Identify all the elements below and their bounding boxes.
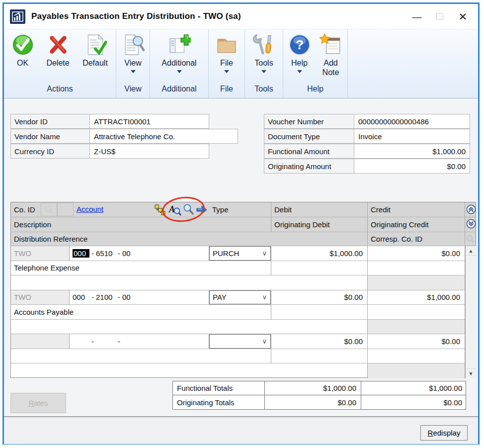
account-hierarchy-icon[interactable]	[154, 204, 166, 216]
app-window: Payables Transaction Entry Distribution …	[2, 2, 480, 445]
ok-check-icon	[11, 33, 34, 56]
originating-totals-label: Originating Totals	[173, 395, 265, 409]
expand-rows-button[interactable]	[466, 219, 476, 229]
scroll-up-button[interactable]: ▲	[466, 246, 476, 256]
svg-text:A: A	[168, 204, 175, 214]
row2-account[interactable]: 000-2100-00	[70, 290, 209, 305]
additional-window-plus-icon	[168, 33, 191, 56]
row3-orig-credit	[368, 349, 465, 364]
close-button[interactable]: ✕	[458, 11, 467, 22]
grid-scrollbar[interactable]: ▲ ▼	[465, 246, 476, 378]
view-doc-magnifier-icon	[122, 33, 145, 56]
row3-type-dropdown[interactable]: ∨	[209, 334, 271, 349]
toolbar-group-help: ? Help Add Note	[283, 29, 348, 98]
rates-button[interactable]: Rates	[10, 393, 66, 413]
originating-totals-credit: $0.00	[361, 395, 467, 409]
row3-account[interactable]: --	[70, 334, 209, 349]
originating-amount-label: Originating Amount	[264, 159, 354, 173]
row1-description-row: Telephone Expense	[11, 261, 476, 276]
type-header: Type	[209, 202, 271, 217]
row2-main: TWO 000-2100-00 PAY ∨ $0.00 $1,000.00	[11, 290, 476, 305]
row2-orig-credit	[368, 305, 465, 320]
row2-description[interactable]: Accounts Payable	[11, 305, 271, 320]
delete-button[interactable]: Delete	[42, 33, 75, 68]
row1-description[interactable]: Telephone Expense	[11, 261, 271, 276]
row2-description-row: Accounts Payable	[11, 305, 476, 320]
add-note-button[interactable]: Add Note	[317, 33, 345, 77]
row3-debit[interactable]: $0.00	[271, 334, 368, 349]
add-note-icon	[320, 33, 342, 56]
help-dropdown-arrow-icon	[297, 70, 302, 73]
tools-button[interactable]: Tools	[248, 33, 280, 73]
row2-reference[interactable]	[11, 320, 368, 335]
app-bar-chart-icon	[10, 9, 25, 24]
lookup-magnifier-icon[interactable]	[183, 204, 195, 216]
row3-credit[interactable]: $0.00	[368, 334, 465, 349]
dropdown-chevron-icon: ∨	[262, 250, 267, 257]
account-segment-selected[interactable]: 000	[73, 249, 89, 258]
default-button[interactable]: Default	[78, 33, 113, 68]
originating-debit-header: Originating Debit	[271, 217, 368, 232]
help-button[interactable]: ? Help	[286, 33, 314, 73]
row3-co-id[interactable]	[11, 334, 70, 349]
toolbar-group-label-help: Help	[283, 85, 347, 98]
row3-reference-row	[11, 363, 476, 378]
vendor-id-value[interactable]: ATTRACTI00001	[89, 114, 209, 128]
tools-dropdown-arrow-icon	[261, 70, 266, 73]
voucher-number-label: Voucher Number	[264, 114, 354, 128]
row1-reference[interactable]	[11, 275, 368, 290]
expand-account-arrow-icon[interactable]	[196, 205, 208, 215]
row1-debit[interactable]: $1,000.00	[271, 246, 368, 261]
account-header-link[interactable]: Account	[77, 205, 103, 213]
ok-button[interactable]: OK	[7, 33, 39, 68]
row3-main: -- ∨ $0.00 $0.00	[11, 334, 476, 349]
document-type-value[interactable]: Invoice	[354, 129, 470, 143]
co-id-lookup2-disabled-icon	[57, 203, 74, 216]
voucher-number-value[interactable]: 00000000000000486	[354, 114, 470, 128]
credit-header: Credit	[368, 202, 465, 217]
analytical-accounting-lookup-icon[interactable]: A	[168, 203, 181, 216]
row3-description-row	[11, 349, 476, 364]
corresp-lookup-disabled-icon	[465, 232, 476, 246]
row2-co-id[interactable]: TWO	[11, 290, 70, 305]
originating-totals-row: Originating Totals $0.00 $0.00	[173, 395, 466, 409]
toolbar-group-label-actions: Actions	[4, 85, 116, 98]
redisplay-button[interactable]: Redisplay	[420, 425, 468, 441]
field-vendor-id: Vendor ID ATTRACTI00001	[10, 114, 209, 129]
row3-description[interactable]	[11, 349, 271, 364]
row1-account[interactable]: 000-6510-00	[70, 246, 209, 261]
scroll-down-button[interactable]: ▼	[466, 368, 476, 378]
file-button[interactable]: File	[211, 33, 242, 73]
distribution-grid: Co. ID Account A	[10, 202, 476, 378]
field-currency-id: Currency ID Z-US$	[10, 144, 209, 159]
row1-type-dropdown[interactable]: PURCH ∨	[209, 246, 271, 261]
dropdown-chevron-icon: ∨	[262, 293, 267, 301]
minimize-button[interactable]: —	[412, 12, 421, 21]
functional-amount-label: Functional Amount	[264, 144, 354, 158]
view-button[interactable]: View	[118, 33, 149, 73]
toolbar-group-tools: Tools Tools	[245, 29, 283, 98]
row2-corresp-co-id	[368, 320, 465, 335]
toolbar-group-label-file: File	[209, 85, 244, 98]
document-type-label: Document Type	[264, 129, 354, 143]
row1-co-id[interactable]: TWO	[11, 246, 70, 261]
currency-id-value[interactable]: Z-US$	[89, 144, 209, 158]
vendor-name-value[interactable]: Attractive Telephone Co.	[89, 129, 238, 143]
help-question-icon: ?	[288, 33, 311, 56]
row3-corresp-co-id	[368, 363, 465, 378]
co-id-lookup-disabled-icon	[41, 203, 57, 216]
row2-debit[interactable]: $0.00	[271, 290, 368, 305]
toolbar-group-file: File File	[209, 29, 245, 98]
functional-totals-label: Functional Totals	[173, 381, 265, 395]
distribution-reference-header: Distribution Reference	[11, 232, 368, 246]
row2-type-dropdown[interactable]: PAY ∨	[209, 290, 271, 305]
row3-reference[interactable]	[11, 363, 368, 378]
row2-credit[interactable]: $1,000.00	[368, 290, 465, 305]
row1-credit[interactable]: $0.00	[368, 246, 465, 261]
grid-header-row-3: Distribution Reference Corresp. Co. ID	[11, 232, 476, 246]
default-doc-check-icon	[84, 33, 107, 56]
additional-button[interactable]: Additional	[156, 33, 203, 73]
maximize-button[interactable]	[436, 13, 443, 20]
collapse-rows-button[interactable]	[466, 204, 476, 214]
grid-header-row-2: Description Originating Debit Originatin…	[11, 217, 476, 232]
